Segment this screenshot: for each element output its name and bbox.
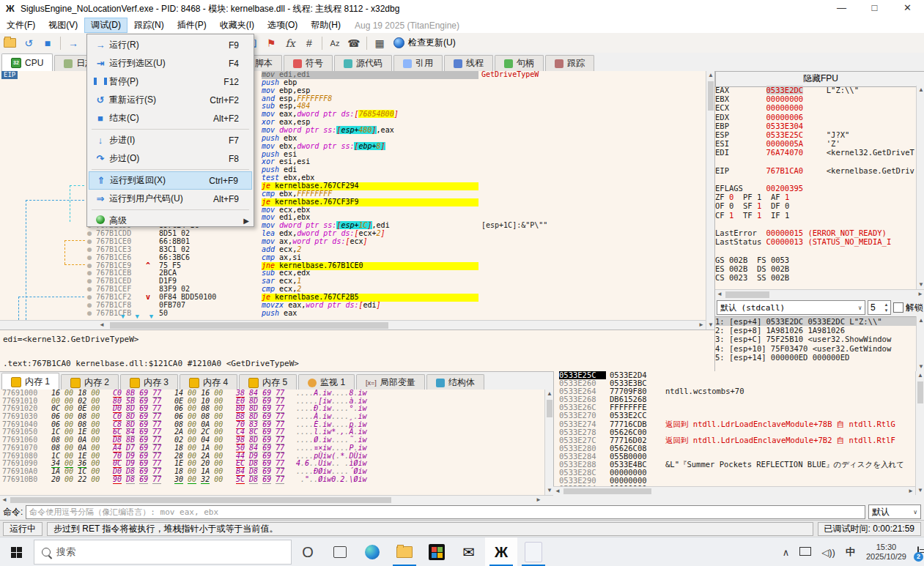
run-button[interactable]: →	[64, 35, 82, 51]
close-button[interactable]: ✕	[891, 0, 924, 18]
call-args-list[interactable]: 1: [esp+4] 0533E2DC 0533E2DC L"Z:\\"2: […	[715, 316, 916, 372]
stack-row[interactable]: 0533E27C77716D02返回到 ntdll.LdrLoadEnclave…	[554, 436, 916, 444]
bottom-tab-内存 2[interactable]: 内存 2	[61, 374, 119, 390]
bottom-tab-内存 1[interactable]: 内存 1	[1, 373, 59, 390]
view-tab-符号[interactable]: 符号	[284, 55, 333, 71]
register-row[interactable]: EIP 767B1CA0 <kernelbase.GetDriv	[715, 166, 916, 175]
menubar-item-8[interactable]: 帮助(H)	[304, 18, 347, 33]
start-button[interactable]	[0, 537, 32, 566]
store-button[interactable]	[421, 537, 453, 566]
debug-menu-item-运行到选区[interactable]: ⇥运行到选区(U)F4	[89, 54, 252, 72]
view-tab-CPU[interactable]: 32CPU	[1, 53, 53, 71]
game-app-button[interactable]	[517, 537, 550, 566]
debug-menu-item-运行到返回[interactable]: ⇑运行到返回(X)Ctrl+F9	[89, 171, 252, 190]
debug-menu-item-暂停[interactable]: 暂停(P)F12	[89, 72, 252, 91]
menubar-item-4[interactable]: 跟踪(N)	[127, 18, 171, 33]
calculator-button[interactable]: ▦	[371, 35, 388, 51]
call-arg-row[interactable]: 3: [esp+C] 75F25B10 <user32.ShowWindow	[715, 335, 916, 343]
hide-fpu-button[interactable]: 隐藏FPU	[715, 71, 924, 87]
ime-indicator[interactable]: 中	[840, 545, 860, 559]
phone-button[interactable]: ☎	[345, 35, 363, 51]
debug-menu-item-高级[interactable]: 高级▶	[89, 212, 252, 230]
call-arg-row[interactable]: 2: [esp+8] 1A981026 1A981026	[715, 326, 916, 335]
bottom-tab-内存 4[interactable]: 内存 4	[180, 374, 237, 390]
register-row[interactable]: OF 0 SF 1 DF 0	[715, 201, 916, 210]
register-row[interactable]	[715, 157, 916, 166]
stack-hscrollbar[interactable]: ◄ ►	[553, 486, 915, 496]
stack-pane[interactable]: 0533E25C0533E2D40533E2600533E3BC0533E264…	[553, 371, 916, 495]
x32dbg-taskbar-button[interactable]: Ж	[485, 537, 517, 566]
file-explorer-button[interactable]	[388, 537, 421, 566]
register-row[interactable]: ECX 00000000	[715, 103, 916, 112]
register-row[interactable]: EBX 00000000	[715, 94, 916, 103]
register-row[interactable]	[715, 175, 916, 184]
debug-menu-item-步过[interactable]: ↷步过(O)F8	[89, 149, 252, 168]
menubar-item-3[interactable]: 调试(D)	[84, 18, 127, 33]
args-vscrollbar[interactable]: ▲ ▼	[916, 316, 924, 371]
register-row[interactable]: CF 1 TF 1 IF 1	[715, 211, 916, 220]
clock[interactable]: 15:302025/10/29	[860, 543, 912, 562]
calling-convention-select[interactable]: 默认 (stdcall)∨	[717, 300, 865, 315]
register-row[interactable]: LastStatus C0000013 (STATUS_NO_MEDIA_I	[715, 237, 916, 246]
bottom-tab-内存 5[interactable]: 内存 5	[239, 374, 297, 390]
register-row[interactable]: ESP 0533E25C "J?X"	[715, 130, 916, 139]
hash-button[interactable]: #	[300, 35, 318, 51]
task-view-button[interactable]	[324, 537, 356, 566]
breakpoint-dot[interactable]: ●	[86, 254, 93, 262]
call-arg-row[interactable]: 4: [esp+10] 75F03470 <user32.GetWindow	[715, 344, 916, 353]
stack-row[interactable]: 0533E28C00000000	[554, 469, 916, 477]
dump-pane[interactable]: 7769100016 00 18 00C0 8B 69 7714 00 16 0…	[0, 390, 544, 495]
dump-row[interactable]: 776910B020 00 22 0090 D8 69 7730 00 32 0…	[0, 476, 544, 484]
register-row[interactable]: CS 0023 SS 002B	[715, 273, 916, 282]
stop-button[interactable]: ■	[39, 35, 56, 51]
register-row[interactable]: ES 002B DS 002B	[715, 264, 916, 273]
bottom-tab-结构体[interactable]: 结构体	[426, 374, 484, 390]
stack-row[interactable]: 0533E27477716CDB返回到 ntdll.LdrLoadEnclave…	[554, 420, 916, 428]
view-tab-线程[interactable]: 线程	[444, 55, 493, 71]
register-row[interactable]: ESI 0000005A 'Z'	[715, 139, 916, 148]
minimize-button[interactable]: —	[825, 0, 858, 18]
stack-row[interactable]: 0533E29000000000	[554, 477, 916, 485]
register-row[interactable]: EFLAGS 00200395	[715, 184, 916, 193]
command-profile-select[interactable]: 默认∨	[868, 504, 921, 519]
view-tab-源代码[interactable]: 源代码	[334, 55, 392, 71]
unlock-checkbox[interactable]	[893, 302, 903, 313]
stack-row[interactable]: 0533E26CFFFFFFFE	[554, 403, 916, 412]
check-update-button[interactable]: 检查更新(U)	[408, 37, 456, 49]
tray-chevron-icon[interactable]: ∧	[777, 547, 795, 558]
maximize-button[interactable]: □	[858, 0, 891, 18]
network-icon[interactable]	[794, 547, 816, 558]
register-row[interactable]: GS 002B FS 0053	[715, 256, 916, 264]
debug-menu-item-重新运行[interactable]: ↺重新运行(S)Ctrl+F2	[89, 91, 252, 109]
strings-az-button[interactable]: Az	[326, 35, 344, 51]
disasm-row[interactable]: ●767B1CFB50push eax	[0, 310, 706, 318]
register-row[interactable]	[715, 246, 916, 255]
register-row[interactable]: ZF 0 PF 1 AF 1	[715, 193, 916, 201]
bookmarks-icon[interactable]: ⚑	[262, 35, 280, 51]
cortana-button[interactable]: O	[292, 537, 324, 566]
stack-row[interactable]: 0533E28005626C08	[554, 444, 916, 453]
registers-hscrollbar[interactable]: ◄ ►	[715, 289, 924, 299]
view-tab-句柄[interactable]: 句柄	[495, 55, 544, 71]
menubar-item-2[interactable]: 视图(V)	[42, 18, 84, 33]
edge-button[interactable]	[356, 537, 388, 566]
function-fx-button[interactable]: fx	[281, 35, 299, 51]
call-arg-row[interactable]: 1: [esp+4] 0533E2DC 0533E2DC L"Z:\\"	[715, 317, 916, 326]
menubar-item-1[interactable]: 文件(F)	[0, 18, 42, 33]
stack-row[interactable]: 0533E268DB615268	[554, 395, 916, 403]
debug-menu-item-运行到用户代码[interactable]: ⇒运行到用户代码(U)Alt+F9	[89, 190, 252, 208]
command-input[interactable]: 命令使用逗号分隔（像汇编语言）: mov eax, ebx	[26, 505, 865, 519]
view-tab-引用[interactable]: 引用	[393, 55, 443, 71]
bottom-tab-内存 3[interactable]: 内存 3	[120, 374, 178, 390]
debug-menu-item-步进[interactable]: ↓步进(I)F7	[89, 131, 252, 149]
stack-row[interactable]: 0533E25C0533E2D4	[554, 371, 916, 379]
open-file-button[interactable]	[1, 35, 18, 51]
register-row[interactable]: EBP 0533E304	[715, 122, 916, 130]
register-row[interactable]: LastError 00000015 (ERROR_NOT_READY)	[715, 228, 916, 237]
arg-count-spinner[interactable]: 5 ▲▼	[868, 300, 891, 315]
bottom-tab-监视 1[interactable]: 监视 1	[298, 374, 355, 390]
stack-row[interactable]: 0533E2880533E4BC&L"『Summer Pockets REFLE…	[554, 461, 916, 469]
mail-button[interactable]: ✉	[453, 537, 485, 566]
breakpoint-dot[interactable]: ●	[86, 310, 93, 318]
bottom-tab-局部变量[interactable]: [x=]局部变量	[356, 374, 425, 390]
